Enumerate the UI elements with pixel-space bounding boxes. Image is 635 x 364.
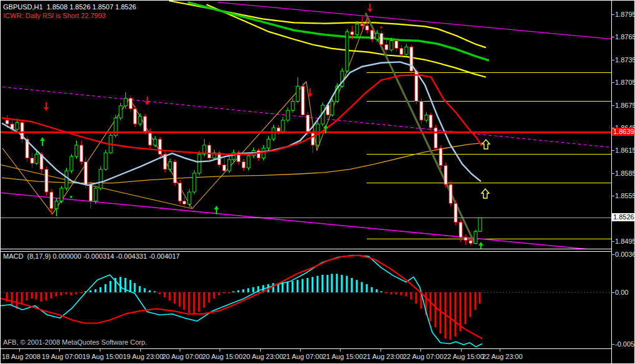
- macd-tick-mark: [611, 254, 614, 255]
- macd-tick-mark: [611, 344, 614, 345]
- time-tick-label: 21 Aug 07:00: [283, 353, 323, 360]
- time-tick-label: 21 Aug 15:00: [322, 353, 363, 360]
- macd-tick-label: 0.00: [615, 289, 628, 296]
- price-tick-label: 1.8675: [615, 102, 635, 109]
- icwr-status-line: ICWR: Daily RSI is Short 22.7993: [3, 12, 105, 20]
- time-tick-mark: [100, 349, 100, 352]
- symbol-period-label: GBPUSD,H1: [3, 3, 43, 11]
- time-tick-mark: [500, 349, 500, 352]
- time-tick-mark: [59, 349, 60, 352]
- macd-values-readout: 0.000000 -0.000314 -0.004331 -0.004017: [53, 252, 180, 260]
- time-tick-label: 20 Aug 07:00: [162, 353, 203, 360]
- time-axis-divider: [1, 348, 611, 349]
- time-tick-label: 19 Aug 07:00: [42, 353, 82, 360]
- time-tick-label: 18 Aug 2008: [2, 353, 41, 360]
- price-tick-label: 1.8555: [615, 192, 635, 199]
- panel-divider-bottom[interactable]: [1, 251, 611, 252]
- price-tick-mark: [611, 105, 614, 106]
- time-tick-label: 22 Aug 07:00: [403, 353, 444, 360]
- copyright-label: AFB, © 2001-2008 MetaQuotes Software Cor…: [3, 338, 147, 347]
- panel-divider-top[interactable]: [1, 249, 611, 249]
- time-tick-label: 21 Aug 23:00: [363, 353, 404, 360]
- price-tick-mark: [611, 128, 614, 128]
- price-tick-mark: [611, 241, 614, 242]
- price-tick-mark: [611, 60, 614, 60]
- time-tick-mark: [220, 349, 220, 352]
- time-tick-label: 22 Aug 15:00: [444, 353, 484, 360]
- current-price-marker: 1.8526: [612, 213, 635, 221]
- price-tick-mark: [611, 196, 614, 196]
- price-tick-mark: [611, 14, 614, 15]
- macd-params-row: MACD (8,17,9) 0.000000 -0.000314 -0.0043…: [3, 252, 180, 261]
- price-tick-mark: [611, 82, 614, 83]
- time-tick-mark: [19, 349, 20, 352]
- price-tick-mark: [611, 173, 614, 174]
- time-tick-mark: [300, 349, 301, 352]
- time-tick-mark: [381, 349, 381, 352]
- price-tick-label: 1.8615: [615, 146, 635, 154]
- price-tick-label: 1.8585: [615, 170, 635, 177]
- price-tick-mark: [611, 150, 614, 151]
- price-axis-divider: [611, 1, 612, 363]
- price-chart-canvas[interactable]: [1, 1, 612, 249]
- time-tick-mark: [340, 349, 341, 352]
- price-tick-label: 1.8765: [615, 33, 635, 41]
- time-tick-label: 19 Aug 23:00: [123, 353, 163, 360]
- time-tick-mark: [180, 349, 180, 352]
- macd-tick-label: -0.00501: [615, 340, 635, 348]
- time-tick-label: 19 Aug 15:00: [82, 353, 123, 360]
- price-tick-label: 1.8495: [615, 237, 635, 245]
- time-tick-mark: [260, 349, 261, 352]
- price-tick-label: 1.8705: [615, 79, 635, 86]
- time-tick-label: 20 Aug 15:00: [202, 353, 243, 360]
- time-tick-mark: [420, 349, 421, 352]
- time-tick-mark: [461, 349, 462, 352]
- macd-tick-mark: [611, 292, 614, 293]
- macd-indicator-canvas[interactable]: [1, 250, 612, 351]
- time-tick-label: 22 Aug 23:00: [482, 353, 523, 360]
- price-tick-mark: [611, 37, 614, 37]
- ohlc-readout: 1.8508 1.8526 1.8507 1.8526: [47, 3, 137, 11]
- mt4-chart-window: GBPUSD,H1 1.8508 1.8526 1.8507 1.8526 IC…: [0, 0, 635, 364]
- time-tick-mark: [140, 349, 141, 352]
- macd-params-label: (8,17,9): [27, 252, 51, 260]
- price-tick-label: 1.8795: [615, 11, 635, 18]
- macd-name-label: MACD: [3, 252, 23, 260]
- chart-title: GBPUSD,H1 1.8508 1.8526 1.8507 1.8526: [3, 3, 136, 11]
- time-tick-label: 20 Aug 23:00: [243, 353, 283, 360]
- macd-tick-label: 0.00367: [615, 251, 635, 258]
- alert-price-marker: 1.8639: [612, 128, 635, 136]
- price-tick-label: 1.8735: [615, 56, 635, 64]
